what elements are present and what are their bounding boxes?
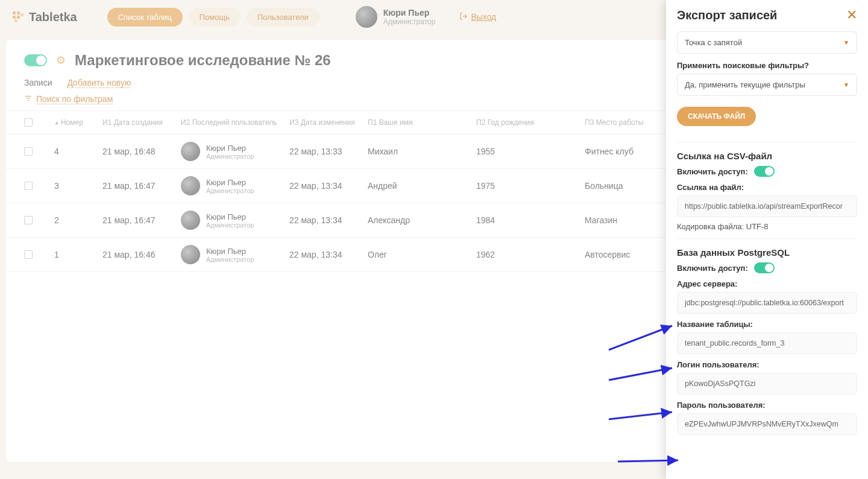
filters-label: Применить поисковые фильтры? [677, 61, 857, 70]
encoding-note: Кодировка файла: UTF-8 [677, 222, 857, 231]
filters-value: Да, применить текущие фильтры [685, 80, 805, 89]
login-label: Логин пользователя: [677, 360, 857, 369]
separator-select[interactable]: Точка с запятой ▼ [677, 31, 857, 54]
chevron-down-icon: ▼ [843, 81, 849, 88]
separator-value: Точка с запятой [685, 38, 742, 47]
server-label: Адрес сервера: [677, 279, 857, 288]
table-label: Название таблицы: [677, 320, 857, 329]
export-panel: Экспорт записей ✕ Точка с запятой ▼ Прим… [666, 0, 868, 479]
table-field[interactable]: tenant_public.records_form_3 [677, 332, 857, 354]
csv-access-toggle[interactable] [754, 166, 775, 177]
panel-title: Экспорт записей [677, 8, 777, 22]
password-field[interactable]: eZPEvJwhwUPJMVRPsNMvERyTXxJxewQm [677, 413, 857, 435]
file-link-label: Ссылка на файл: [677, 183, 857, 192]
download-button[interactable]: СКАЧАТЬ ФАЙЛ [677, 107, 756, 126]
close-icon[interactable]: ✕ [846, 7, 857, 23]
login-field[interactable]: pKowoDjASsPQTGzi [677, 373, 857, 395]
password-label: Пароль пользователя: [677, 401, 857, 410]
file-link-field[interactable]: https://public.tabletka.io/api/streamExp… [677, 195, 857, 217]
filters-select[interactable]: Да, применить текущие фильтры ▼ [677, 74, 857, 96]
csv-access-label: Включить доступ: [677, 167, 748, 176]
pg-access-toggle[interactable] [754, 262, 775, 273]
divider [677, 238, 857, 239]
csv-header: Ссылка на CSV-файл [677, 151, 857, 161]
server-field[interactable]: jdbc:postgresql://public.tabletka.io:600… [677, 292, 857, 314]
divider [677, 142, 857, 142]
chevron-down-icon: ▼ [843, 39, 849, 46]
pg-access-label: Включить доступ: [677, 264, 748, 273]
pg-header: База данных PostgreSQL [677, 247, 857, 258]
